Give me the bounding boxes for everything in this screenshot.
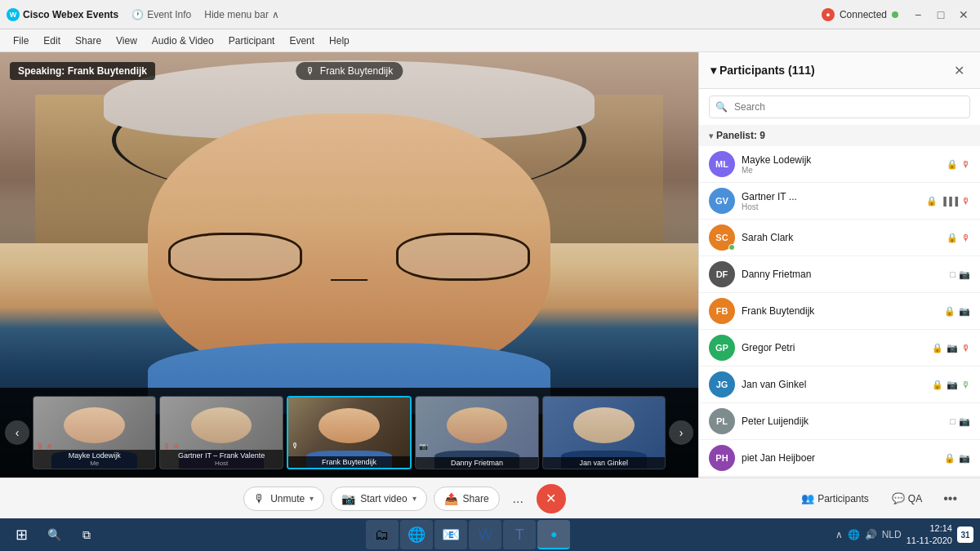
attendee-section-header[interactable]: ▾ Attendee: 102 (2 displayed) 👤 ⬅ ➡ (699, 477, 980, 478)
menu-participant[interactable]: Participant (222, 32, 282, 50)
taskbar-outlook[interactable]: 📧 (434, 520, 467, 549)
mute-icon-mayke: 🎙 (961, 159, 970, 169)
explorer-icon: 🗂 (375, 527, 390, 544)
close-button[interactable]: ✕ (954, 5, 973, 24)
search-input[interactable] (709, 96, 970, 118)
taskbar-word[interactable]: W (469, 520, 501, 549)
thumbnail-gartner[interactable]: 🎙 ✕ Gartner IT – Frank Valente Host (159, 396, 283, 469)
chevron-up-icon: ∧ (272, 9, 279, 20)
cam-icon-danny: □ (950, 269, 956, 279)
thumb-mic-icon-3: 🎙 (292, 442, 299, 450)
participants-icon: 👥 (801, 492, 814, 504)
thumb-role-2: Host (163, 460, 278, 467)
connected-dot (892, 11, 898, 18)
taskbar-explorer[interactable]: 🗂 (366, 520, 399, 549)
mute-icon-gregor: 🎙 (961, 343, 970, 353)
thumb-label-5: Jan van Ginkel (543, 457, 665, 469)
participant-icons-sarah: 🔒 🎙 (947, 233, 970, 243)
taskbar-left: ⊞ 🔍 ⧉ (7, 520, 101, 549)
connected-label: Connected (840, 9, 887, 20)
event-info-btn[interactable]: 🕐 Event Info (131, 9, 191, 20)
panelist-section-label: Panelist: 9 (716, 130, 765, 141)
video-area: Speaking: Frank Buytendijk 🎙 Frank Buyte… (0, 52, 698, 478)
thumbnail-frank[interactable]: 🎙 Frank Buytendijk (287, 396, 412, 469)
menu-audio-video[interactable]: Audio & Video (145, 32, 220, 50)
maximize-button[interactable]: □ (931, 5, 951, 24)
menu-help[interactable]: Help (323, 32, 356, 50)
taskbar: ⊞ 🔍 ⧉ 🗂 🌐 📧 W T ● ∧ 🌐 🔊 (0, 518, 980, 551)
unmute-label: Unmute (270, 493, 305, 504)
taskbar-edge[interactable]: 🌐 (400, 520, 433, 549)
menu-view[interactable]: View (109, 32, 144, 50)
next-thumbnail-button[interactable]: › (669, 420, 693, 445)
tray-chevron-icon[interactable]: ∧ (835, 529, 843, 540)
start-video-button[interactable]: 📷 Start video ▾ (331, 487, 426, 511)
title-bar-right: ● Connected − □ ✕ (822, 5, 973, 24)
participant-info-jan: Jan van Ginkel (742, 379, 925, 390)
menu-event[interactable]: Event (283, 32, 321, 50)
end-call-button[interactable]: ✕ (537, 484, 566, 513)
task-view-button[interactable]: ⧉ (72, 520, 101, 549)
participants-label: Participants (817, 493, 869, 504)
app-name-label: Cisco Webex Events (23, 9, 118, 20)
speaking-text: Speaking: Frank Buytendijk (18, 65, 147, 77)
prev-thumbnail-button[interactable]: ‹ (5, 420, 29, 445)
clock[interactable]: 12:14 11-11-2020 (906, 522, 952, 548)
volume-icon[interactable]: 🔊 (865, 529, 877, 540)
menu-edit[interactable]: Edit (37, 32, 67, 50)
participant-info-sarah: Sarah Clark (742, 232, 940, 243)
panel-close-button[interactable]: ✕ (949, 60, 969, 80)
menu-file[interactable]: File (7, 32, 35, 50)
thumbnail-mayke[interactable]: 🎙 ✕ Mayke Lodewijk Me (33, 396, 156, 469)
hide-menu-btn[interactable]: Hide menu bar ∧ (204, 9, 279, 20)
toolbar-more-button[interactable]: ••• (937, 488, 964, 509)
edge-icon: 🌐 (408, 526, 425, 544)
participant-name-frank: Frank Buytendijk (742, 305, 938, 317)
share-button[interactable]: 📤 Share (434, 487, 500, 511)
thumbnail-danny[interactable]: 📷 Danny Frietman (415, 396, 538, 469)
participant-info-gregor: Gregor Petri (742, 342, 925, 353)
search-icon: 🔍 (715, 101, 728, 113)
task-view-icon: ⧉ (82, 528, 91, 542)
participant-name-gartner: Gartner IT ... (742, 191, 920, 202)
avatar-peter: PL (709, 408, 735, 434)
panel-title-text: Participants (111) (719, 64, 815, 77)
video-icon-jan: 📷 (947, 380, 958, 390)
avatar-gartner: GV (709, 188, 735, 214)
search-taskbar-button[interactable]: 🔍 (39, 520, 69, 549)
clock-time: 12:14 (906, 522, 952, 535)
speaker-name-badge: 🎙 Frank Buytendijk (296, 62, 403, 80)
cam-icon-peter: □ (950, 416, 956, 426)
video-dropdown-icon: ▾ (412, 494, 416, 503)
avatar-jan: JG (709, 371, 735, 398)
participant-icons-danny: □ 📷 (950, 269, 970, 280)
lock-icon-piet: 🔒 (944, 453, 956, 464)
language-label: NLD (882, 529, 902, 540)
more-options-button[interactable]: ... (506, 488, 530, 509)
panel-title: ▾ Participants (111) (710, 64, 815, 77)
taskbar-webex[interactable]: ● (537, 520, 570, 549)
qa-button[interactable]: 💬 QA (884, 487, 930, 509)
avatar-piet: PH (709, 445, 735, 471)
taskbar-teams[interactable]: T (503, 520, 536, 549)
thumbnail-jan[interactable]: Jan van Ginkel (542, 396, 666, 469)
outlook-icon: 📧 (442, 526, 460, 544)
participant-gregor: GP Gregor Petri 🔒 📷 🎙 (699, 330, 980, 367)
participant-name-danny: Danny Frietman (742, 269, 943, 280)
minimize-button[interactable]: − (908, 5, 928, 24)
lock-icon-gregor: 🔒 (932, 343, 943, 353)
menu-share[interactable]: Share (69, 32, 108, 50)
notification-badge[interactable]: 31 (957, 527, 973, 543)
panelist-section-header[interactable]: ▾ Panelist: 9 (699, 125, 980, 146)
avatar-frank: FB (709, 298, 735, 324)
participant-mayke: ML Mayke Lodewijk Me 🔒 🎙 (699, 146, 980, 183)
start-button[interactable]: ⊞ (7, 520, 36, 549)
participants-button[interactable]: 👥 Participants (793, 487, 877, 509)
cisco-logo: W (7, 8, 20, 21)
unmute-button[interactable]: 🎙 Unmute ▾ (243, 487, 324, 511)
share-icon: 📤 (444, 492, 458, 505)
participant-icons-jan: 🔒 📷 🎙 (932, 380, 970, 390)
unmute-icon: 🎙 (254, 492, 265, 505)
event-info-label: Event Info (147, 9, 191, 20)
glasses (168, 233, 530, 280)
